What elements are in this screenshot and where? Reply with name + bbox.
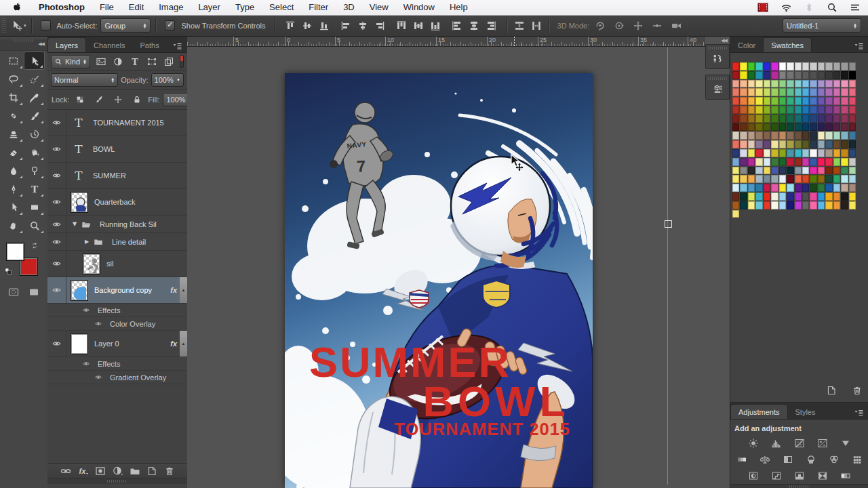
swatch[interactable]	[779, 115, 786, 123]
adjustment-black-white[interactable]	[780, 453, 796, 465]
swatch[interactable]	[732, 80, 739, 88]
swatch[interactable]	[764, 192, 770, 201]
tab-adjustments[interactable]: Adjustments	[730, 404, 788, 419]
tool-path-selection[interactable]	[3, 198, 24, 216]
swatch[interactable]	[810, 167, 816, 175]
swatch[interactable]	[764, 71, 770, 79]
swatch[interactable]	[825, 131, 832, 140]
swatch[interactable]	[818, 149, 825, 157]
swatch[interactable]	[755, 97, 762, 105]
swatch[interactable]	[787, 192, 793, 201]
swatch[interactable]	[732, 192, 739, 201]
layer-visibility-toggle[interactable]	[47, 189, 66, 215]
menu-select[interactable]: Select	[262, 0, 301, 15]
menu-edit[interactable]: Edit	[121, 0, 151, 15]
swatch[interactable]	[849, 123, 856, 131]
swatch[interactable]	[771, 71, 778, 79]
swatch[interactable]	[818, 123, 825, 131]
tool-rectangular-marquee[interactable]	[3, 52, 24, 70]
swatch[interactable]	[810, 184, 816, 192]
swatch[interactable]	[849, 158, 856, 166]
swatch[interactable]	[810, 106, 816, 114]
swatch[interactable]	[849, 192, 856, 201]
eye-icon[interactable]	[79, 358, 94, 370]
swatch[interactable]	[833, 149, 840, 157]
swatch[interactable]	[779, 149, 786, 157]
swatch[interactable]	[740, 80, 747, 88]
swatch[interactable]	[748, 184, 755, 192]
adjustments-resize-grip[interactable]	[789, 485, 810, 488]
filter-toggle[interactable]	[180, 55, 184, 68]
adj-circle-button[interactable]	[110, 465, 125, 477]
tab-color[interactable]: Color	[730, 38, 763, 52]
adjustment-invert[interactable]	[745, 470, 762, 481]
swatch[interactable]	[841, 201, 848, 209]
swatch[interactable]	[802, 71, 809, 79]
delete-swatch-button[interactable]	[850, 384, 865, 396]
swatch[interactable]	[787, 158, 793, 166]
swatch[interactable]	[802, 201, 809, 209]
swatch[interactable]	[818, 106, 825, 114]
tool-lasso[interactable]	[3, 70, 24, 88]
lock-lock-icon[interactable]	[130, 94, 144, 106]
3d-camera-icon[interactable]	[669, 20, 684, 32]
swatch[interactable]	[787, 175, 793, 183]
swatch[interactable]	[849, 115, 856, 123]
layer-visibility-toggle[interactable]	[47, 331, 66, 357]
filter-shape-icon[interactable]	[144, 56, 159, 68]
swatch[interactable]	[849, 201, 856, 209]
swatch[interactable]	[748, 175, 755, 183]
swatch[interactable]	[748, 106, 755, 114]
distribute-top-icon[interactable]	[394, 20, 409, 32]
swatch[interactable]	[849, 62, 856, 70]
tool-paint-bucket[interactable]	[24, 143, 45, 161]
align-right-icon[interactable]	[372, 20, 387, 32]
swatch[interactable]	[755, 71, 762, 79]
swatch[interactable]	[740, 158, 747, 166]
distribute-hcenter-icon[interactable]	[467, 20, 481, 32]
swatch[interactable]	[841, 115, 848, 123]
quick-mask-button[interactable]	[6, 286, 21, 298]
menu-type[interactable]: Type	[228, 0, 262, 15]
swatch[interactable]	[795, 184, 802, 192]
tab-styles[interactable]: Styles	[788, 405, 823, 419]
swatch[interactable]	[825, 97, 832, 105]
swatch[interactable]	[841, 149, 848, 157]
swatch[interactable]	[849, 106, 856, 114]
swatch[interactable]	[779, 80, 786, 88]
tool-rectangle-shape[interactable]	[24, 198, 45, 216]
swatch[interactable]	[841, 80, 848, 88]
swatch[interactable]	[732, 97, 739, 105]
swatch[interactable]	[841, 175, 848, 183]
swatch[interactable]	[732, 115, 739, 123]
swatch[interactable]	[833, 184, 840, 192]
swatch[interactable]	[795, 140, 802, 148]
adjustment-selective-color[interactable]	[814, 470, 831, 481]
swatch[interactable]	[755, 158, 762, 166]
workspace-dropdown[interactable]: Untitled-1 ▲▼	[783, 18, 861, 33]
swatch[interactable]	[764, 167, 770, 175]
swatch[interactable]	[748, 123, 755, 131]
swatch[interactable]	[771, 131, 778, 140]
swatch[interactable]	[755, 201, 762, 209]
swatch[interactable]	[787, 123, 793, 131]
swatch[interactable]	[755, 192, 762, 201]
swatch[interactable]	[802, 106, 809, 114]
swatch[interactable]	[818, 158, 825, 166]
tool-pen[interactable]	[3, 180, 24, 198]
tool-crop[interactable]	[3, 88, 24, 106]
swatch[interactable]	[740, 88, 747, 96]
adjustment-color-balance[interactable]	[757, 453, 773, 465]
swatch[interactable]	[833, 71, 840, 79]
menu-layer[interactable]: Layer	[191, 0, 228, 15]
swatch[interactable]	[764, 158, 770, 166]
swatch[interactable]	[833, 88, 840, 96]
tool-dodge[interactable]	[24, 161, 45, 180]
swatch[interactable]	[833, 123, 840, 131]
layer-visibility-toggle[interactable]	[47, 216, 66, 232]
swatch[interactable]	[787, 149, 793, 157]
trash-button[interactable]	[162, 465, 177, 477]
swatch[interactable]	[740, 192, 747, 201]
swatch[interactable]	[732, 210, 739, 218]
swatch[interactable]	[795, 88, 802, 96]
